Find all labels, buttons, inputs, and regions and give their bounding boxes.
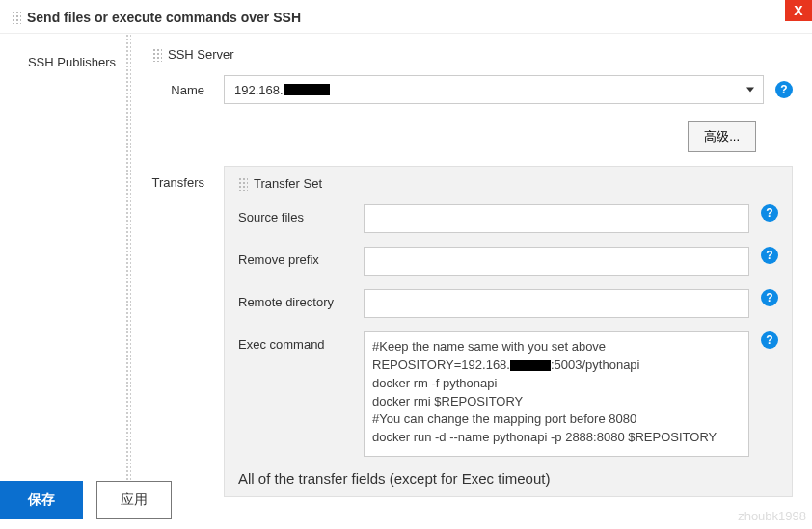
transfers-note: All of the transfer fields (except for E… xyxy=(238,470,778,487)
transfers-label: Transfers xyxy=(147,166,224,497)
drag-handle-icon[interactable] xyxy=(152,48,162,62)
exec-line: docker rmi $REPOSITORY xyxy=(372,393,741,411)
transfer-set-title: Transfer Set xyxy=(254,176,322,191)
exec-command-label: Exec command xyxy=(238,331,364,352)
help-icon[interactable]: ? xyxy=(761,331,778,349)
redacted-text xyxy=(510,360,551,371)
help-icon[interactable]: ? xyxy=(775,81,793,98)
transfers-panel: Transfer Set Source files ? Remove prefi… xyxy=(224,166,793,497)
help-icon[interactable]: ? xyxy=(761,289,778,306)
exec-command-textarea[interactable]: #Keep the name same with you set above R… xyxy=(364,331,749,457)
save-button[interactable]: 保存 xyxy=(0,481,83,519)
help-icon[interactable]: ? xyxy=(761,204,778,222)
drag-handle-icon[interactable] xyxy=(238,177,248,191)
ssh-server-name-value: 192.168. xyxy=(234,83,284,97)
remove-prefix-input[interactable] xyxy=(364,247,749,276)
ssh-server-title: SSH Server xyxy=(168,47,234,62)
section-title: Send files or execute commands over SSH xyxy=(27,10,301,25)
name-label: Name xyxy=(147,83,224,97)
chevron-down-icon xyxy=(746,88,754,93)
footer-bar: 保存 应用 xyxy=(0,481,172,529)
remote-directory-input[interactable] xyxy=(364,289,749,318)
redacted-text xyxy=(284,84,330,95)
section-header: Send files or execute commands over SSH xyxy=(0,0,812,34)
exec-line: #Keep the name same with you set above xyxy=(372,338,741,357)
ssh-publishers-label: SSH Publishers xyxy=(0,55,116,69)
remote-directory-label: Remote directory xyxy=(238,289,364,309)
source-files-label: Source files xyxy=(238,204,364,225)
close-button[interactable]: X xyxy=(785,0,812,21)
exec-line: #You can change the mapping port before … xyxy=(372,410,741,429)
apply-button[interactable]: 应用 xyxy=(96,481,172,519)
source-files-input[interactable] xyxy=(364,204,749,233)
remove-prefix-label: Remove prefix xyxy=(238,247,364,267)
help-icon[interactable]: ? xyxy=(761,247,778,264)
drag-handle-icon[interactable] xyxy=(12,11,21,24)
vertical-divider xyxy=(125,34,131,524)
exec-line: docker rm -f pythonapi xyxy=(372,375,741,393)
ssh-server-name-select[interactable]: 192.168. xyxy=(224,75,764,104)
advanced-button[interactable]: 高级... xyxy=(688,121,756,152)
exec-line: REPOSITORY=192.168.:5003/pythonapi xyxy=(372,357,741,375)
exec-line: docker run -d --name pythonapi -p 2888:8… xyxy=(372,429,741,447)
